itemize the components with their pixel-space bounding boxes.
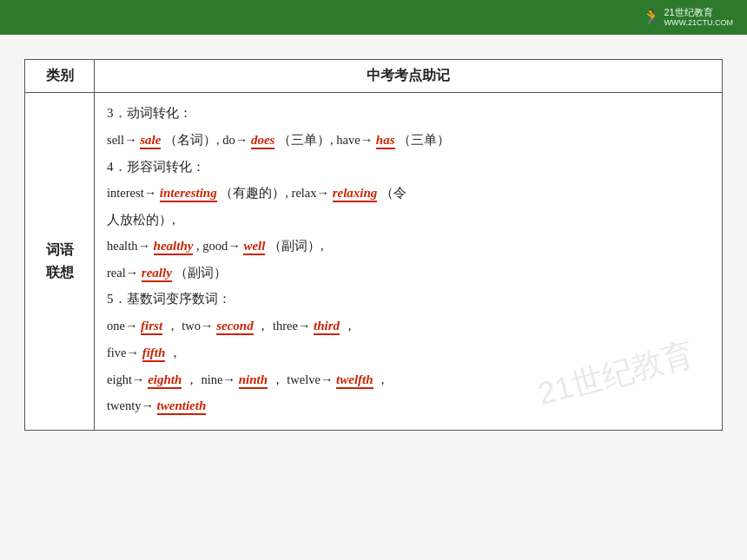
answer-ninth: ninth <box>239 372 268 389</box>
logo-runner-icon: 🏃 <box>642 8 661 27</box>
answer-fifth: fifth <box>142 346 166 362</box>
section5-title: 5．基数词变序数词： <box>107 287 710 312</box>
answer-sale: sale <box>140 133 161 149</box>
top-bar: 🏃 21世纪教育 WWW.21CTU.COM <box>0 0 747 35</box>
text-sep2: ， three→ <box>256 319 314 333</box>
text-health: health→ <box>107 239 154 253</box>
main-table: 类别 中考考点助记 词语联想 3．动词转化： sell→ sale （名词）, … <box>24 59 723 431</box>
answer-twentieth: twentieth <box>157 399 207 415</box>
answer-third: third <box>314 319 340 335</box>
section3-line1: sell→ sale （名词）, do→ does （三单）, have→ ha… <box>107 128 710 153</box>
text-sep4: ， <box>169 346 182 359</box>
section4-title: 4．形容词转化： <box>107 155 710 180</box>
text-comma1: , good→ <box>196 239 243 253</box>
main-content: 类别 中考考点助记 词语联想 3．动词转化： sell→ sale （名词）, … <box>0 35 747 560</box>
section3-title: 3．动词转化： <box>107 102 710 126</box>
text-renfangsong: 人放松的）, <box>107 213 175 227</box>
text-sep6: ， twelve→ <box>271 372 336 386</box>
content-cell: 3．动词转化： sell→ sale （名词）, do→ does （三单）, … <box>95 93 722 430</box>
section5-line1: one→ first ， two→ second ， three→ third … <box>107 314 710 339</box>
answer-eighth: eighth <box>148 372 182 389</box>
section4-line3: health→ healthy , good→ well （副词）, <box>107 234 710 259</box>
text-sansingle1: （三单）, have→ <box>278 133 376 147</box>
section4-line4: real→ really （副词） <box>107 261 710 286</box>
text-sep1: ， two→ <box>166 319 217 333</box>
text-sep7: ， <box>376 372 389 386</box>
text-five: five→ <box>107 346 142 359</box>
text-sep3: ， <box>343 319 356 333</box>
text-adv2: （副词） <box>175 266 227 280</box>
answer-interesting: interesting <box>160 186 217 202</box>
text-ling: （令 <box>380 186 407 200</box>
text-noun: （名词）, do→ <box>164 133 251 147</box>
logo-area: 🏃 21世纪教育 WWW.21CTU.COM <box>642 7 734 28</box>
text-sep5: ， nine→ <box>185 372 239 386</box>
answer-second: second <box>216 319 254 335</box>
answer-does: does <box>251 133 275 149</box>
text-real: real→ <box>107 266 142 280</box>
col-category-header: 类别 <box>25 60 95 92</box>
answer-relaxing: relaxing <box>333 186 378 202</box>
text-eight: eight→ <box>107 372 148 386</box>
text-adv1: （副词）, <box>268 239 324 253</box>
section5-line3: eight→ eighth ， nine→ ninth ， twelve→ tw… <box>107 368 710 392</box>
text-sansingle2: （三单） <box>398 133 450 147</box>
answer-really: really <box>142 266 172 282</box>
answer-well: well <box>243 239 265 255</box>
logo-text: 21世纪教育 WWW.21CTU.COM <box>664 7 734 28</box>
text-youqu: （有趣的）, relax→ <box>220 186 332 200</box>
text-sell: sell→ <box>107 133 140 147</box>
section5-line4: twenty→ twentieth <box>107 394 710 418</box>
answer-healthy: healthy <box>154 239 194 255</box>
answer-twelfth: twelfth <box>336 372 374 389</box>
answer-has: has <box>376 133 395 149</box>
section4-line2: 人放松的）, <box>107 208 710 232</box>
table-body-row: 词语联想 3．动词转化： sell→ sale （名词）, do→ does （… <box>25 93 722 430</box>
section4-line1: interest→ interesting （有趣的）, relax→ rela… <box>107 181 710 206</box>
text-interest: interest→ <box>107 186 160 200</box>
table-header-row: 类别 中考考点助记 <box>25 60 722 93</box>
text-one: one→ <box>107 319 141 333</box>
category-cell: 词语联想 <box>25 93 95 430</box>
text-twenty: twenty→ <box>107 399 157 412</box>
section5-line2: five→ fifth ， <box>107 341 710 366</box>
col-content-header: 中考考点助记 <box>95 60 722 92</box>
answer-first: first <box>141 319 162 335</box>
